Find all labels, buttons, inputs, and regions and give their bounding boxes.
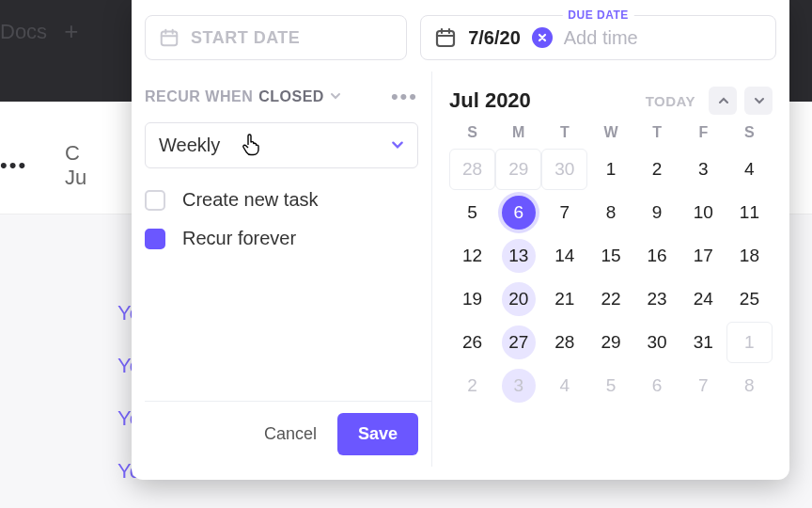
frequency-value: Weekly <box>159 135 220 156</box>
calendar-day-header: T <box>634 124 680 141</box>
create-new-task-option[interactable]: Create new task <box>145 189 418 211</box>
overflow-icon[interactable]: ••• <box>0 153 27 178</box>
calendar-day[interactable]: 8 <box>726 365 773 406</box>
calendar-day-header: T <box>541 124 587 141</box>
calendar-day[interactable]: 21 <box>541 278 587 320</box>
calendar-day[interactable]: 28 <box>541 322 587 363</box>
due-date-label: DUE DATE <box>562 8 633 22</box>
calendar-day[interactable]: 30 <box>634 322 680 363</box>
calendar-day[interactable]: 29 <box>587 322 633 363</box>
calendar-day[interactable]: 1 <box>587 149 633 190</box>
calendar-day[interactable]: 29 <box>495 149 541 190</box>
calendar-day-header: M <box>495 124 541 141</box>
clear-due-date-button[interactable] <box>532 27 553 48</box>
calendar-day[interactable]: 9 <box>634 192 680 233</box>
calendar-day[interactable]: 23 <box>634 278 680 320</box>
chevron-down-icon <box>330 88 341 105</box>
calendar-day[interactable]: 28 <box>449 149 495 190</box>
calendar-day[interactable]: 27 <box>495 322 541 363</box>
calendar-day[interactable]: 24 <box>680 278 726 320</box>
cursor-pointer-icon <box>240 131 262 162</box>
calendar-day[interactable]: 11 <box>726 192 773 233</box>
chevron-down-icon <box>391 135 404 156</box>
calendar-day-header: F <box>680 124 726 141</box>
calendar-day[interactable]: 6 <box>495 192 541 233</box>
calendar-icon <box>159 27 180 48</box>
recur-forever-option[interactable]: Recur forever <box>145 228 418 249</box>
calendar-day[interactable]: 15 <box>587 235 633 277</box>
next-month-button[interactable] <box>744 87 773 115</box>
date-recurrence-modal: START DATE DUE DATE 7/6/20 Add time RECU… <box>132 0 789 480</box>
create-new-task-label: Create new task <box>182 189 319 211</box>
svg-rect-1 <box>437 31 454 46</box>
calendar-day[interactable]: 13 <box>495 235 541 277</box>
calendar-day-header: S <box>449 124 495 141</box>
nav-docs[interactable]: Docs <box>0 20 47 44</box>
calendar-day-headers: SMTWTFS <box>449 124 773 141</box>
calendar-icon <box>434 26 457 49</box>
calendar-day-header: S <box>726 124 773 141</box>
calendar-month-label: Jul 2020 <box>449 88 531 113</box>
calendar-day[interactable]: 10 <box>680 192 726 233</box>
calendar-day[interactable]: 5 <box>449 192 495 233</box>
save-button[interactable]: Save <box>337 413 418 455</box>
frequency-select[interactable]: Weekly <box>145 122 418 168</box>
calendar-day[interactable]: 8 <box>587 192 633 233</box>
bg-text-line1: C <box>65 141 86 166</box>
background-row: ••• C Ju <box>0 141 86 190</box>
calendar-day-header: W <box>587 124 633 141</box>
calendar-day[interactable]: 31 <box>680 322 726 363</box>
calendar-day[interactable]: 2 <box>449 365 495 406</box>
recurrence-panel: RECUR WHEN CLOSED ••• Weekly <box>132 71 432 467</box>
calendar-day[interactable]: 25 <box>726 278 773 320</box>
calendar-day[interactable]: 6 <box>634 365 680 406</box>
recur-more-menu[interactable]: ••• <box>391 85 418 109</box>
start-date-input[interactable]: START DATE <box>145 15 407 60</box>
recur-when-dropdown[interactable]: RECUR WHEN CLOSED <box>145 88 341 105</box>
calendar-day[interactable]: 22 <box>587 278 633 320</box>
calendar-day[interactable]: 30 <box>541 149 587 190</box>
calendar-day[interactable]: 18 <box>726 235 773 277</box>
calendar-day[interactable]: 1 <box>726 322 773 363</box>
calendar-day[interactable]: 20 <box>495 278 541 320</box>
add-time-button[interactable]: Add time <box>564 27 638 49</box>
modal-footer: Cancel Save <box>145 401 431 467</box>
calendar-day[interactable]: 17 <box>680 235 726 277</box>
calendar-day[interactable]: 19 <box>449 278 495 320</box>
nav-add[interactable]: + <box>64 17 78 46</box>
prev-month-button[interactable] <box>709 87 737 115</box>
calendar-day[interactable]: 16 <box>634 235 680 277</box>
calendar-day[interactable]: 4 <box>541 365 587 406</box>
calendar-day[interactable]: 5 <box>587 365 633 406</box>
svg-rect-0 <box>162 32 178 46</box>
recur-when-status: CLOSED <box>258 88 324 105</box>
checkbox-checked-icon <box>145 229 165 249</box>
calendar-day[interactable]: 3 <box>495 365 541 406</box>
calendar-day[interactable]: 14 <box>541 235 587 277</box>
due-date-value: 7/6/20 <box>468 27 521 49</box>
start-date-placeholder: START DATE <box>191 28 300 48</box>
calendar-grid: 2829301234567891011121314151617181920212… <box>449 149 773 406</box>
recur-when-label: RECUR WHEN <box>145 88 253 105</box>
calendar-day[interactable]: 7 <box>541 192 587 233</box>
calendar-day[interactable]: 7 <box>680 365 726 406</box>
calendar-day[interactable]: 2 <box>634 149 680 190</box>
checkbox-unchecked-icon <box>145 190 165 211</box>
calendar-day[interactable]: 3 <box>680 149 726 190</box>
due-date-input[interactable]: DUE DATE 7/6/20 Add time <box>420 15 776 60</box>
today-button[interactable]: TODAY <box>646 93 695 109</box>
cancel-button[interactable]: Cancel <box>257 415 324 453</box>
calendar-day[interactable]: 4 <box>726 149 773 190</box>
recur-forever-label: Recur forever <box>182 228 296 249</box>
calendar-day[interactable]: 26 <box>449 322 495 363</box>
calendar-panel: Jul 2020 TODAY SMTWTFS 28293012345678910… <box>432 71 789 467</box>
calendar-day[interactable]: 12 <box>449 235 495 277</box>
bg-text-line2: Ju <box>65 166 86 190</box>
